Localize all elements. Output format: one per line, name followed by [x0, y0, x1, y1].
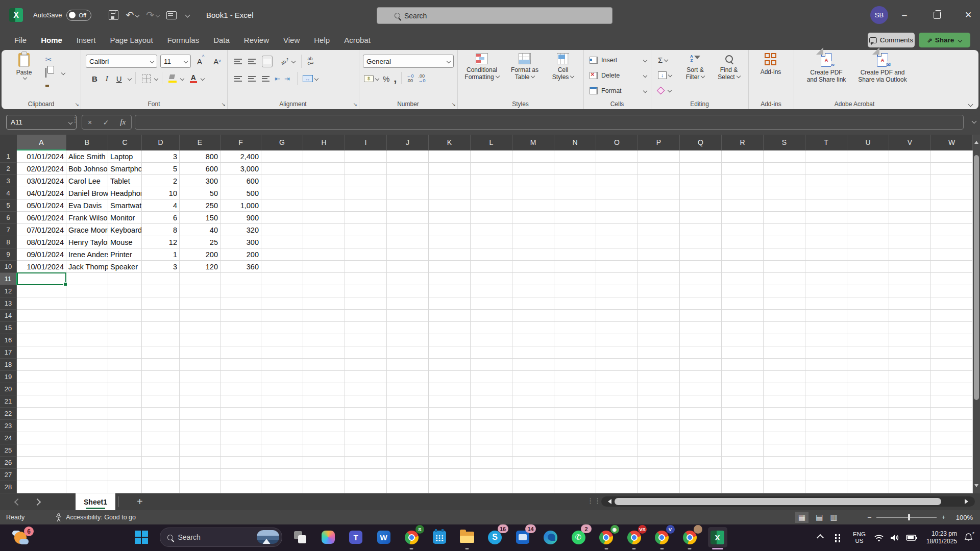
row-header-16[interactable]: 16 — [0, 334, 17, 346]
zoom-slider-thumb[interactable] — [908, 514, 910, 520]
excel-taskbar-button[interactable]: X — [708, 527, 727, 547]
save-icon[interactable] — [109, 10, 118, 20]
row-header-12[interactable]: 12 — [0, 285, 17, 297]
column-header-C[interactable]: C — [108, 135, 142, 151]
grid-cell[interactable]: 1,000 — [220, 199, 261, 212]
tab-insert[interactable]: Insert — [70, 30, 103, 50]
align-left-button[interactable] — [234, 76, 242, 82]
align-top-button[interactable] — [234, 59, 242, 64]
row-header-11[interactable]: 11 — [0, 273, 17, 285]
wrap-text-button[interactable]: abc↩ — [308, 57, 314, 66]
sort-filter-button[interactable]: AZ Sort & Filter — [679, 53, 711, 81]
scroll-up-icon[interactable] — [974, 139, 978, 144]
accounting-format-button[interactable]: $ — [364, 75, 374, 82]
row-header-1[interactable]: 1 — [0, 151, 17, 163]
column-header-K[interactable]: K — [429, 135, 471, 151]
account-avatar[interactable]: SB — [870, 6, 888, 24]
confirm-entry-button[interactable]: ✓ — [103, 118, 109, 127]
row-header-28[interactable]: 28 — [0, 481, 17, 493]
font-color-button[interactable]: A — [190, 74, 197, 83]
find-select-button[interactable]: Find & Select — [713, 53, 745, 81]
row-header-10[interactable]: 10 — [0, 261, 17, 273]
wifi-icon[interactable] — [874, 534, 884, 542]
comments-button[interactable]: Comments — [868, 33, 915, 47]
grid-cell[interactable]: 4 — [142, 199, 179, 212]
grid-cell[interactable]: Laptop — [108, 151, 141, 163]
column-header-F[interactable]: F — [220, 135, 261, 151]
page-break-view-button[interactable]: ▥ — [830, 513, 837, 522]
comma-style-button[interactable]: , — [394, 76, 397, 81]
column-header-U[interactable]: U — [847, 135, 889, 151]
grid-cell[interactable]: 600 — [180, 163, 220, 175]
excel-app-icon[interactable]: X — [9, 8, 23, 22]
grid-cell[interactable]: Speaker — [108, 261, 141, 273]
grid-cell[interactable]: 1 — [142, 248, 179, 261]
notification-bell-icon[interactable]: z — [964, 533, 973, 543]
grid-cell[interactable]: Printer — [108, 248, 141, 261]
grid-cell[interactable]: 50 — [180, 187, 220, 199]
row-header-14[interactable]: 14 — [0, 310, 17, 322]
row-header-23[interactable]: 23 — [0, 420, 17, 432]
horizontal-scrollbar[interactable] — [601, 496, 975, 507]
calendar-button[interactable] — [430, 527, 449, 547]
row-header-7[interactable]: 7 — [0, 224, 17, 236]
increase-decimal-button[interactable]: ←0.00 — [406, 74, 413, 83]
chrome-profile-s-button[interactable]: S — [402, 527, 421, 547]
restore-button[interactable] — [925, 0, 949, 30]
page-layout-view-button[interactable]: ▤ — [816, 513, 823, 522]
orientation-button[interactable]: ab↗ — [280, 57, 290, 65]
column-header-E[interactable]: E — [180, 135, 220, 151]
font-color-chevron-icon[interactable] — [201, 77, 205, 81]
column-header-N[interactable]: N — [554, 135, 596, 151]
autosum-button[interactable]: Σ — [658, 54, 668, 65]
column-header-H[interactable]: H — [303, 135, 345, 151]
font-dialog-launcher[interactable]: ↘ — [222, 102, 226, 107]
number-format-select[interactable]: General — [363, 55, 454, 68]
column-header-P[interactable]: P — [638, 135, 680, 151]
paste-button[interactable]: Paste — [10, 53, 38, 79]
row-header-9[interactable]: 9 — [0, 248, 17, 261]
grid-cell[interactable]: 40 — [180, 224, 220, 236]
row-header-24[interactable]: 24 — [0, 432, 17, 444]
column-header-S[interactable]: S — [764, 135, 805, 151]
grid-cell[interactable]: 600 — [220, 175, 261, 187]
dropbox-icon[interactable] — [834, 534, 842, 542]
grid-cell[interactable]: 900 — [220, 212, 261, 224]
grid-cell[interactable]: 06/01/2024 — [17, 212, 66, 224]
align-middle-button[interactable] — [248, 59, 256, 64]
grid-cell[interactable]: Keyboard — [108, 224, 141, 236]
addins-button[interactable]: Add-ins — [755, 53, 786, 76]
word-button[interactable]: W — [374, 527, 394, 547]
fill-color-chevron-icon[interactable] — [180, 77, 184, 81]
column-header-J[interactable]: J — [387, 135, 429, 151]
grid-cell[interactable]: 08/01/2024 — [17, 236, 66, 248]
undo-button[interactable]: ↶ — [126, 9, 139, 21]
grid-cell[interactable]: 6 — [142, 212, 179, 224]
grid-cell[interactable]: Carol Lee — [66, 175, 108, 187]
grid-cell[interactable]: 01/01/2024 — [17, 151, 66, 163]
clear-button[interactable] — [658, 85, 671, 96]
row-header-13[interactable]: 13 — [0, 297, 17, 310]
grid-cell[interactable]: 07/01/2024 — [17, 224, 66, 236]
grid-cell[interactable]: Mouse — [108, 236, 141, 248]
grid-cell[interactable]: 3,000 — [220, 163, 261, 175]
grid-cell[interactable]: 2,400 — [220, 151, 261, 163]
row-header-6[interactable]: 6 — [0, 212, 17, 224]
titlebar-search-box[interactable]: Search — [377, 7, 612, 24]
grid-cell[interactable]: 05/01/2024 — [17, 199, 66, 212]
row-header-5[interactable]: 5 — [0, 199, 17, 212]
row-header-3[interactable]: 3 — [0, 175, 17, 187]
clipboard-dialog-launcher[interactable]: ↘ — [75, 102, 79, 107]
grid-cell[interactable]: 10/01/2024 — [17, 261, 66, 273]
minimize-button[interactable]: – — [893, 0, 916, 30]
bold-button[interactable]: B — [92, 74, 97, 83]
grid-cell[interactable]: Smartwatch — [108, 199, 141, 212]
grid-cell[interactable]: Grace Moore — [66, 224, 108, 236]
cell-styles-button[interactable]: Cell Styles — [547, 53, 579, 81]
row-header-8[interactable]: 8 — [0, 236, 17, 248]
italic-button[interactable]: I — [106, 74, 108, 83]
grid-cell[interactable]: Bob Johnson — [66, 163, 108, 175]
chrome-profile-avatar-button[interactable]: ◉ — [597, 527, 616, 547]
scroll-left-icon[interactable] — [605, 499, 611, 504]
start-button[interactable] — [132, 527, 151, 547]
